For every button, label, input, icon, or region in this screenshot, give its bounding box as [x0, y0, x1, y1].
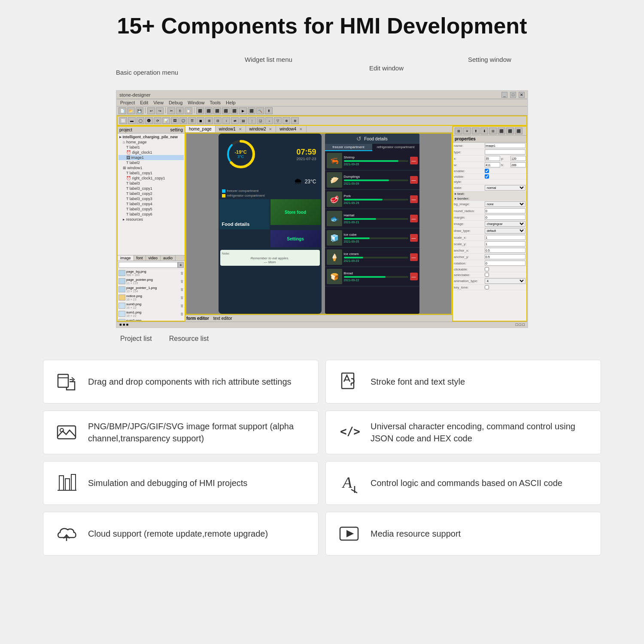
tb-w8[interactable]: 🔘 [179, 117, 187, 124]
tree-item[interactable]: ⊞ window1 [118, 165, 184, 170]
res-delete[interactable]: 🗑 [180, 288, 184, 292]
tb-w11[interactable]: ⊞ [205, 117, 213, 124]
menu-tools[interactable]: Tools [210, 100, 221, 105]
tb-upload[interactable]: ⬆ [265, 107, 273, 114]
prop-input-h[interactable] [510, 162, 526, 167]
rt-btn5[interactable]: ⊟ [489, 128, 497, 134]
tree-item-selected[interactable]: 🖼 image1 [118, 155, 184, 160]
prop-select-animation-type[interactable]: 4 [485, 278, 526, 284]
resource-add-btn[interactable]: + [178, 262, 184, 268]
tb-w1[interactable]: ⬜ [119, 117, 127, 124]
tb-w7[interactable]: 🖼 [171, 117, 179, 124]
tb-redo[interactable]: ↪ [156, 107, 164, 114]
tb-build[interactable]: 🔨 [256, 107, 264, 114]
prop-group-border[interactable]: ▸ border: [453, 196, 526, 201]
tb-paste[interactable]: 📋 [185, 107, 192, 114]
maximize-btn[interactable]: □ [510, 92, 516, 98]
prop-input-enable[interactable] [485, 169, 489, 173]
tb-w5[interactable]: ⟳ [154, 117, 161, 124]
tree-item[interactable]: T label3_copy4 [118, 201, 184, 207]
prop-input-margin[interactable] [485, 215, 526, 220]
res-delete[interactable]: 🗑 [180, 320, 184, 321]
prop-input-type[interactable] [485, 149, 526, 155]
prop-group-text[interactable]: ▸ text: [453, 191, 526, 196]
rt-btn8[interactable]: ⬛ [515, 128, 522, 134]
tree-item[interactable]: T label1_copy1 [118, 170, 184, 176]
tb-stop[interactable]: ⬛ [248, 107, 255, 114]
tab-window4[interactable]: window4 ✕ [276, 126, 307, 132]
tree-item[interactable]: ⌂ home_page [118, 140, 184, 145]
tab-video[interactable]: video [146, 255, 161, 261]
prop-input-scale-x[interactable] [485, 235, 526, 240]
prop-input-selectable[interactable] [485, 273, 489, 277]
tb-align-center[interactable]: ⬛ [205, 107, 213, 114]
tree-item[interactable]: ▸ Intelligent_charging_pile_new [118, 134, 184, 140]
res-delete[interactable]: 🗑 [180, 271, 184, 275]
close-btn[interactable]: ✕ [519, 92, 525, 98]
tb-align-left[interactable]: ⬛ [196, 107, 204, 114]
tb-w18[interactable]: ⬦ [265, 117, 273, 124]
tree-item[interactable]: ⏰ right_clock1_copy1 [118, 176, 184, 181]
tree-item[interactable]: T label3_copy5 [118, 207, 184, 212]
tab-home-page[interactable]: home_page [185, 126, 216, 132]
prop-input-rotation[interactable] [485, 261, 526, 266]
tab-font[interactable]: font [134, 255, 146, 261]
tab-text-editor[interactable]: text editor [213, 316, 232, 321]
rt-btn4[interactable]: ⬇ [480, 128, 488, 134]
res-delete[interactable]: 🗑 [180, 304, 184, 308]
prop-input-visible[interactable] [485, 174, 489, 179]
tb-w2[interactable]: ▬ [128, 117, 136, 124]
tree-item[interactable]: T label3_copy2 [118, 191, 184, 196]
tb-w13[interactable]: ↕ [222, 117, 230, 124]
btn-settings[interactable]: Settings [270, 230, 321, 247]
tab-window1[interactable]: window1 ✕ [216, 126, 246, 132]
tab-image[interactable]: image [118, 255, 134, 261]
tree-item[interactable]: T label1 [118, 145, 184, 150]
prop-input-y[interactable] [510, 156, 526, 161]
tab-form-editor[interactable]: form editor [186, 316, 209, 321]
tb-align-bottom[interactable]: ⬛ [231, 107, 238, 114]
tree-item-resources[interactable]: ▸ resources [118, 217, 184, 222]
tb-copy[interactable]: ⎘ [176, 107, 184, 114]
tb-w9[interactable]: ☰ [188, 117, 196, 124]
rt-btn6[interactable]: ⬛ [498, 128, 505, 134]
res-delete[interactable]: 🗑 [180, 312, 184, 316]
prop-input-name[interactable] [485, 143, 526, 148]
tb-w14[interactable]: ⇄ [231, 117, 239, 124]
tb-run[interactable]: ▶ [239, 107, 247, 114]
prop-select-draw-type[interactable]: default [485, 228, 526, 234]
prop-input-x[interactable] [485, 156, 500, 161]
menu-edit[interactable]: Edit [140, 100, 148, 105]
tb-w10[interactable]: ◼ [197, 117, 204, 124]
prop-input-anchor-x[interactable] [485, 248, 526, 253]
prop-input-scale-y[interactable] [485, 241, 526, 246]
food-delete-btn[interactable]: — [410, 195, 418, 203]
tree-item[interactable]: T label3_copy3 [118, 196, 184, 201]
rt-btn7[interactable]: ⬛ [506, 128, 514, 134]
tb-w3[interactable]: ◯ [137, 117, 144, 124]
tb-w21[interactable]: ⊗ [291, 117, 299, 124]
tb-align-right[interactable]: ⬛ [213, 107, 221, 114]
menu-project[interactable]: Project [120, 100, 135, 105]
tab-freezer[interactable]: freezer compartment [325, 144, 372, 151]
prop-select-state[interactable]: normal [485, 185, 526, 191]
tree-item[interactable]: T label3_copy6 [118, 212, 184, 217]
btn-food-details[interactable]: Food details [219, 199, 270, 229]
tab-fridge[interactable]: refrigerator compartment [372, 144, 419, 151]
tb-save[interactable]: 💾 [136, 107, 143, 114]
btn-store-food[interactable]: Store food [270, 199, 321, 225]
tree-item[interactable]: ⏰ digit_clock1 [118, 150, 184, 155]
tb-w4[interactable]: 🅐 [145, 117, 153, 124]
food-delete-btn[interactable]: — [410, 176, 418, 184]
prop-select-bg-image[interactable]: none [485, 201, 526, 207]
prop-input-round-radius[interactable] [485, 208, 526, 213]
tb-w16[interactable]: ⋮ [248, 117, 256, 124]
tab-window2[interactable]: window2 ✕ [246, 126, 276, 132]
menu-view[interactable]: View [153, 100, 164, 105]
rt-btn1[interactable]: ⊞ [455, 128, 462, 134]
prop-input-anchor-y[interactable] [485, 254, 526, 259]
prop-input-clickable[interactable] [485, 267, 489, 271]
food-delete-btn[interactable]: — [410, 157, 418, 164]
tb-w12[interactable]: ⊟ [214, 117, 222, 124]
minimize-btn[interactable]: _ [501, 92, 507, 98]
